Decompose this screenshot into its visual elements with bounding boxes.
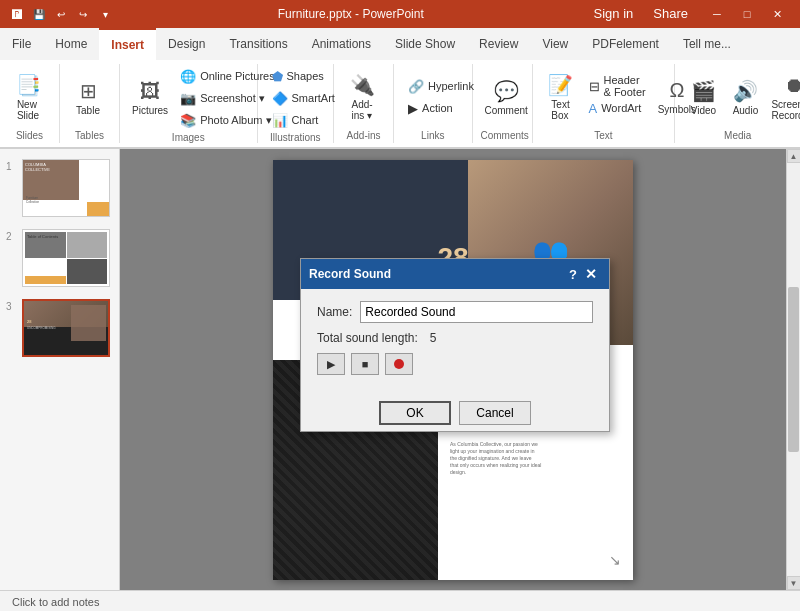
hyperlink-label: Hyperlink xyxy=(428,80,474,92)
comment-label: Comment xyxy=(485,105,528,116)
addins-items: 🔌 Add-ins ▾ xyxy=(342,66,382,128)
screenshot-label: Screenshot ▾ xyxy=(200,92,265,105)
dialog-title-left: Record Sound xyxy=(309,267,391,281)
undo-icon[interactable]: ↩ xyxy=(52,5,70,23)
chart-button[interactable]: 📊 Chart xyxy=(266,110,341,130)
action-label: Action xyxy=(422,102,453,114)
scroll-up-button[interactable]: ▲ xyxy=(787,149,801,163)
dialog-name-row: Name: xyxy=(317,301,593,323)
dialog-name-input[interactable] xyxy=(360,301,593,323)
scroll-track[interactable] xyxy=(787,163,800,576)
ribbon-content: 📑 NewSlide Slides ⊞ Table Tables 🖼 Pictu xyxy=(0,60,800,148)
customize-icon[interactable]: ▾ xyxy=(96,5,114,23)
quick-access-toolbar: 🅿 💾 ↩ ↪ ▾ xyxy=(8,5,114,23)
textbox-button[interactable]: 📝 TextBox xyxy=(541,68,581,126)
stop-button[interactable]: ■ xyxy=(351,353,379,375)
table-button[interactable]: ⊞ Table xyxy=(68,68,108,126)
vertical-scrollbar[interactable]: ▲ ▼ xyxy=(786,149,800,590)
audio-label: Audio xyxy=(733,105,759,116)
dialog-close-button[interactable]: ✕ xyxy=(581,264,601,284)
record-button[interactable] xyxy=(385,353,413,375)
powerpoint-logo-icon: 🅿 xyxy=(8,5,26,23)
scroll-thumb[interactable] xyxy=(788,287,799,452)
tab-view[interactable]: View xyxy=(530,28,580,60)
dialog-footer: OK Cancel xyxy=(301,395,609,431)
tables-items: ⊞ Table xyxy=(68,66,108,128)
close-button[interactable]: ✕ xyxy=(762,4,792,24)
media-items: 🎬 Video 🔊 Audio ⏺ ScreenRecording xyxy=(683,66,800,128)
tab-home[interactable]: Home xyxy=(43,28,99,60)
ribbon-group-illustrations: ⬟ Shapes 🔷 SmartArt 📊 Chart Illustration… xyxy=(258,64,335,143)
comments-items: 💬 Comment xyxy=(481,66,532,128)
minimize-button[interactable]: ─ xyxy=(702,4,732,24)
links-group-label: Links xyxy=(402,128,463,141)
slide-panel: 1 COLUMBIACOLLECTIVE FurnitureCollection… xyxy=(0,149,120,590)
new-slide-icon: 📑 xyxy=(16,73,41,97)
screenshot-icon: 📷 xyxy=(180,91,196,106)
ribbon-group-links: 🔗 Hyperlink ▶ Action Links xyxy=(394,64,472,143)
dialog-sound-length-value: 5 xyxy=(430,331,437,345)
sign-in-button[interactable]: Sign in xyxy=(588,4,640,24)
scroll-down-button[interactable]: ▼ xyxy=(787,576,801,590)
record-dot-icon xyxy=(394,359,404,369)
ribbon-group-images: 🖼 Pictures 🌐 Online Pictures 📷 Screensho… xyxy=(120,64,258,143)
tab-design[interactable]: Design xyxy=(156,28,217,60)
header-footer-button[interactable]: ⊟ Header& Footer xyxy=(583,76,652,96)
video-icon: 🎬 xyxy=(691,79,716,103)
new-slide-button[interactable]: 📑 NewSlide xyxy=(8,68,48,126)
slide-bottom-desc2: As Columbia Collective, our passion we l… xyxy=(450,441,621,476)
hyperlink-button[interactable]: 🔗 Hyperlink xyxy=(402,76,480,96)
tab-pdfelement[interactable]: PDFelement xyxy=(580,28,671,60)
video-button[interactable]: 🎬 Video xyxy=(683,68,723,126)
status-notes: Click to add notes xyxy=(12,596,99,608)
slide-thumbnail-1[interactable]: 1 COLUMBIACOLLECTIVE FurnitureCollection xyxy=(4,157,115,219)
chart-label: Chart xyxy=(292,114,319,126)
audio-button[interactable]: 🔊 Audio xyxy=(725,68,765,126)
share-button[interactable]: Share xyxy=(647,4,694,24)
illustrations-items: ⬟ Shapes 🔷 SmartArt 📊 Chart xyxy=(266,66,341,130)
pictures-button[interactable]: 🖼 Pictures xyxy=(128,69,172,127)
maximize-button[interactable]: □ xyxy=(732,4,762,24)
tab-review[interactable]: Review xyxy=(467,28,530,60)
text-col: ⊟ Header& Footer A WordArt xyxy=(583,76,652,118)
addins-group-label: Add-ins xyxy=(342,128,385,141)
comments-group-label: Comments xyxy=(481,128,524,141)
window-controls: ─ □ ✕ xyxy=(702,4,792,24)
ok-button[interactable]: OK xyxy=(379,401,451,425)
wordart-button[interactable]: A WordArt xyxy=(583,98,652,118)
comment-icon: 💬 xyxy=(494,79,519,103)
comment-button[interactable]: 💬 Comment xyxy=(481,68,532,126)
tab-animations[interactable]: Animations xyxy=(300,28,383,60)
dialog-controls: ▶ ■ xyxy=(317,353,593,375)
dialog-help-button[interactable]: ? xyxy=(569,267,577,282)
images-group-label: Images xyxy=(128,130,249,143)
record-sound-dialog: Record Sound ? ✕ Name: Total sound lengt… xyxy=(300,258,610,432)
photo-album-icon: 📚 xyxy=(180,113,196,128)
tables-group-label: Tables xyxy=(68,128,111,141)
cancel-button[interactable]: Cancel xyxy=(459,401,531,425)
smartart-button[interactable]: 🔷 SmartArt xyxy=(266,88,341,108)
dialog-titlebar: Record Sound ? ✕ xyxy=(301,259,609,289)
redo-icon[interactable]: ↪ xyxy=(74,5,92,23)
ribbon-group-text: 📝 TextBox ⊟ Header& Footer A WordArt Ω S… xyxy=(533,64,676,143)
ribbon-group-tables: ⊞ Table Tables xyxy=(60,64,120,143)
chart-icon: 📊 xyxy=(272,113,288,128)
shapes-label: Shapes xyxy=(287,70,324,82)
tab-slideshow[interactable]: Slide Show xyxy=(383,28,467,60)
tab-tellme[interactable]: Tell me... xyxy=(671,28,743,60)
play-button[interactable]: ▶ xyxy=(317,353,345,375)
slide-image-1: COLUMBIACOLLECTIVE FurnitureCollection xyxy=(22,159,110,217)
media-group-label: Media xyxy=(683,128,792,141)
ribbon-tabs: File Home Insert Design Transitions Anim… xyxy=(0,28,800,60)
addins-button[interactable]: 🔌 Add-ins ▾ xyxy=(342,68,382,126)
ribbon: File Home Insert Design Transitions Anim… xyxy=(0,28,800,149)
tab-insert[interactable]: Insert xyxy=(99,28,156,60)
tab-transitions[interactable]: Transitions xyxy=(217,28,299,60)
tab-file[interactable]: File xyxy=(0,28,43,60)
screen-recording-button[interactable]: ⏺ ScreenRecording xyxy=(767,68,800,126)
shapes-button[interactable]: ⬟ Shapes xyxy=(266,66,341,86)
save-icon[interactable]: 💾 xyxy=(30,5,48,23)
action-button[interactable]: ▶ Action xyxy=(402,98,480,118)
slide-thumbnail-3[interactable]: 3 28 UNCOMPROMISING xyxy=(4,297,115,359)
slide-thumbnail-2[interactable]: 2 Table of Contents xyxy=(4,227,115,289)
